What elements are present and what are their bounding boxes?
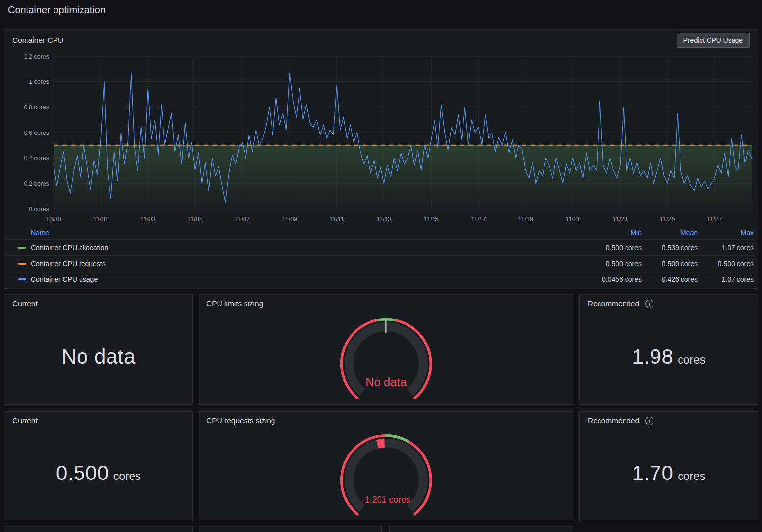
legend-max-value: 1.07 cores bbox=[698, 244, 754, 252]
gauge-value-wedge bbox=[377, 443, 385, 444]
recommended-requests-title: Recommended bbox=[588, 416, 639, 425]
legend-mean-value: 0.426 cores bbox=[642, 275, 698, 283]
x-axis-label: 11/27 bbox=[707, 216, 722, 223]
x-axis-label: 11/01 bbox=[93, 216, 108, 223]
current-requests-title: Current bbox=[12, 416, 38, 425]
y-axis-label: 0 cores bbox=[29, 206, 49, 213]
legend-min-value: 0.500 cores bbox=[578, 260, 642, 267]
x-axis-label: 11/21 bbox=[566, 216, 580, 223]
current-requests-panel: Current 0.500 cores bbox=[4, 411, 193, 521]
series-color-swatch bbox=[18, 278, 26, 280]
legend-max-value: 1.07 cores bbox=[698, 275, 754, 283]
legend-header-max[interactable]: Max bbox=[698, 229, 754, 237]
legend-mean-value: 0.500 cores bbox=[642, 260, 698, 267]
legend-row: Container CPU usage0.0456 cores0.426 cor… bbox=[4, 271, 754, 287]
page-title: Container optimization bbox=[8, 4, 106, 16]
info-icon[interactable]: i bbox=[645, 417, 653, 425]
series-color-swatch bbox=[18, 263, 26, 265]
x-axis-label: 11/11 bbox=[329, 216, 344, 223]
legend-row: Container CPU requests0.500 cores0.500 c… bbox=[4, 255, 754, 271]
legend-series-name[interactable]: Container CPU allocation bbox=[31, 244, 578, 252]
cpu-legend: Name Min Mean Max Container CPU allocati… bbox=[4, 227, 758, 287]
x-axis-label: 11/05 bbox=[188, 216, 202, 223]
legend-header-min[interactable]: Min bbox=[578, 229, 642, 237]
current-requests-unit: cores bbox=[113, 470, 141, 483]
legend-header-mean[interactable]: Mean bbox=[642, 229, 698, 237]
partial-panel bbox=[389, 526, 573, 532]
cpu-limits-sizing-panel: CPU limits sizing No data bbox=[198, 294, 574, 405]
recommended-limits-title: Recommended bbox=[588, 299, 639, 308]
y-axis-label: 1.2 cores bbox=[24, 53, 49, 60]
cpu-limits-gauge: No data bbox=[198, 312, 574, 402]
current-limits-panel: Current No data bbox=[4, 294, 193, 405]
y-axis-label: 1 cores bbox=[29, 79, 49, 85]
gauge: No data bbox=[336, 314, 436, 401]
x-axis-label: 11/15 bbox=[424, 216, 438, 223]
x-axis-label: 11/25 bbox=[660, 216, 675, 223]
x-axis-label: 11/19 bbox=[518, 216, 533, 223]
y-axis-label: 0.8 cores bbox=[24, 104, 49, 111]
recommended-requests-unit: cores bbox=[678, 470, 705, 483]
x-axis-label: 11/07 bbox=[235, 216, 250, 223]
predict-cpu-usage-button[interactable]: Predict CPU Usage bbox=[677, 33, 750, 48]
gauge-green-segment bbox=[377, 319, 396, 320]
legend-series-name[interactable]: Container CPU usage bbox=[31, 275, 578, 283]
legend-header-name[interactable]: Name bbox=[4, 229, 578, 237]
gauge: -1.201 cores bbox=[336, 430, 436, 517]
recommended-limits-panel: Recommended i 1.98 cores bbox=[579, 294, 758, 405]
cpu-time-series-chart[interactable]: 0 cores0.2 cores0.4 cores0.6 cores0.8 co… bbox=[4, 51, 758, 227]
y-axis-label: 0.2 cores bbox=[24, 180, 49, 187]
recommended-requests-panel: Recommended i 1.70 cores bbox=[579, 411, 758, 521]
x-axis-label: 11/09 bbox=[282, 216, 297, 223]
dashboard: Container optimization Container CPU Pre… bbox=[0, 0, 762, 532]
container-cpu-panel-header: Container CPU Predict CPU Usage bbox=[4, 28, 758, 50]
partial-panel bbox=[4, 526, 193, 532]
container-cpu-panel-title: Container CPU bbox=[12, 36, 63, 45]
current-limits-title: Current bbox=[12, 299, 38, 308]
cpu-requests-sizing-panel: CPU requests sizing -1.201 cores bbox=[198, 411, 574, 521]
info-icon[interactable]: i bbox=[645, 300, 653, 308]
container-cpu-panel: Container CPU Predict CPU Usage 0 cores0… bbox=[4, 28, 758, 289]
legend-row: Container CPU allocation0.500 cores0.539… bbox=[4, 239, 754, 255]
x-axis-label: 11/23 bbox=[613, 216, 627, 223]
recommended-limits-value: 1.98 bbox=[632, 345, 674, 369]
cpu-requests-sizing-title: CPU requests sizing bbox=[206, 416, 275, 425]
y-axis-label: 0.4 cores bbox=[24, 155, 49, 161]
cpu-limits-sizing-title: CPU limits sizing bbox=[206, 299, 263, 308]
legend-max-value: 0.500 cores bbox=[698, 260, 754, 267]
partial-panel bbox=[198, 526, 382, 532]
cpu-legend-header: Name Min Mean Max bbox=[4, 227, 754, 239]
cpu-requests-gauge: -1.201 cores bbox=[198, 428, 574, 519]
recommended-requests-value: 1.70 bbox=[632, 461, 674, 485]
x-axis-label: 11/13 bbox=[377, 216, 391, 223]
x-axis-label: 10/30 bbox=[46, 216, 61, 223]
legend-min-value: 0.500 cores bbox=[578, 244, 642, 252]
recommended-limits-unit: cores bbox=[678, 353, 705, 367]
gauge-value-text: -1.201 cores bbox=[362, 495, 410, 505]
gauge-value-text: No data bbox=[365, 375, 407, 388]
legend-mean-value: 0.539 cores bbox=[642, 244, 698, 252]
series-color-swatch bbox=[18, 247, 26, 249]
legend-series-name[interactable]: Container CPU requests bbox=[31, 260, 578, 267]
y-axis-label: 0.6 cores bbox=[24, 130, 49, 136]
legend-min-value: 0.0456 cores bbox=[578, 275, 642, 283]
x-axis-label: 11/17 bbox=[471, 216, 486, 223]
x-axis-label: 11/03 bbox=[140, 216, 155, 223]
current-limits-value: No data bbox=[61, 345, 136, 369]
current-requests-value: 0.500 bbox=[56, 461, 109, 485]
cpu-legend-rows: Container CPU allocation0.500 cores0.539… bbox=[4, 239, 754, 287]
time-series-plot[interactable]: 0 cores0.2 cores0.4 cores0.6 cores0.8 co… bbox=[4, 51, 758, 225]
